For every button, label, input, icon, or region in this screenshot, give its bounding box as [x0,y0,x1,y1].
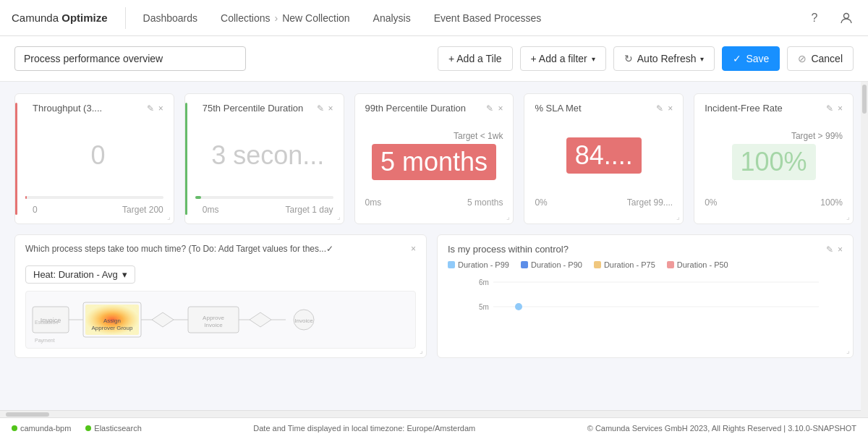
add-tile-label: + Add a Tile [448,53,502,64]
tiles-row: Throughput (3.... ✎ × 0 0 Target 200 ⌟ [14,93,854,224]
throughput-tile: Throughput (3.... ✎ × 0 0 Target 200 ⌟ [14,93,174,224]
user-button[interactable] [836,8,856,28]
tile-title: Which process steps take too much time? … [25,244,333,254]
camunda-bpm-status-dot [12,425,17,431]
scrollbar-thumb-h[interactable] [6,412,49,417]
legend-dot-p99 [448,261,455,268]
tile-edit-icon[interactable]: ✎ [147,103,154,114]
legend-p50: Duration - P50 [667,260,728,269]
tile-close-icon[interactable]: × [498,103,503,114]
tile-resize-handle[interactable]: ⌟ [337,213,341,221]
auto-refresh-label: Auto Refresh [637,53,697,64]
vertical-scrollbar[interactable] [861,82,868,417]
tile-footer-left: 0% [535,197,547,208]
tile-footer-right: 5 months [467,197,503,208]
nav-collections[interactable]: Collections [221,12,270,24]
tile-footer: 0% Target 99.... [535,197,673,208]
help-button[interactable]: ? [804,8,825,28]
nav-analysis[interactable]: Analysis [373,12,411,24]
tile-resize-handle[interactable]: ⌟ [420,346,423,354]
cancel-button[interactable]: ⊘ Cancel [787,46,854,71]
legend-dot-p75 [594,261,601,268]
add-tile-button[interactable]: + Add a Tile [438,46,513,71]
copyright-text: © Camunda Services GmbH 2023, All Rights… [587,424,856,433]
chart-svg: 6m 5m [448,276,843,341]
main-nav: Dashboards Collections › New Collection … [143,12,804,24]
tile-footer-left: 0 [33,205,38,215]
tile-actions: × [411,244,416,254]
svg-text:Assign: Assign [103,318,121,324]
tile-resize-handle[interactable]: ⌟ [676,213,680,221]
tile-edit-icon[interactable]: ✎ [826,103,833,114]
refresh-icon: ↻ [624,53,633,64]
tile-close-icon[interactable]: × [668,103,673,114]
legend-p99: Duration - P99 [448,260,509,269]
app-footer: camunda-bpm Elasticsearch Date and Time … [0,417,868,434]
legend-dot-p90 [521,261,528,268]
tile-actions: ✎ × [826,244,843,255]
add-filter-label: + Add a filter [531,53,587,64]
footer-left: camunda-bpm Elasticsearch [12,424,142,433]
tile-content: Target < 1wk 5 months [365,119,503,192]
tile-value-highlight: 100% [732,144,816,180]
svg-text:Payment: Payment [35,338,55,344]
tile-close-icon[interactable]: × [838,103,843,114]
tile-resize-handle[interactable]: ⌟ [846,213,850,221]
tile-bar [195,196,333,199]
tile-close-icon[interactable]: × [411,244,416,254]
tile-close-icon[interactable]: × [328,103,333,114]
auto-refresh-button[interactable]: ↻ Auto Refresh ▾ [613,46,715,71]
svg-text:5m: 5m [479,303,489,311]
add-filter-button[interactable]: + Add a filter ▾ [520,46,606,71]
svg-text:Approve: Approve [203,315,224,321]
heatmap-svg: Invoice Assign Ap [29,292,412,347]
tile-content: Target > 99% 100% [705,119,843,192]
tile-edit-icon[interactable]: ✎ [317,103,324,114]
tile-resize-handle[interactable]: ⌟ [506,213,510,221]
tile-close-icon[interactable]: × [838,244,843,255]
tile-header: Incident-Free Rate ✎ × [705,103,843,114]
sla-tile: % SLA Met ✎ × 84.... 0% Target 99.... ⌟ [524,93,684,224]
chart-data-point [515,303,522,310]
app-logo: Camunda Optimize [12,12,108,24]
tile-value: 0 [90,140,105,171]
tile-title: Is my process within control? [448,244,569,255]
filter-chevron-icon: ▾ [592,55,595,63]
tile-value-highlight: 5 months [372,144,496,180]
horizontal-scrollbar[interactable] [0,410,861,417]
heatmap-preview: Invoice Assign Ap [25,291,416,349]
tile-bar [25,196,163,199]
tile-resize-handle[interactable]: ⌟ [167,213,171,221]
tile-edit-icon[interactable]: ✎ [656,103,663,114]
tile-bar-fill [25,196,27,199]
tile-edit-icon[interactable]: ✎ [826,244,833,255]
tile-actions: ✎ × [486,103,503,114]
header-divider [125,7,126,29]
svg-text:Escalation: Escalation [35,320,58,325]
dashboard-area: Throughput (3.... ✎ × 0 0 Target 200 ⌟ [0,82,868,417]
dropdown-chevron-icon: ▾ [122,269,127,280]
tile-edit-icon[interactable]: ✎ [486,103,493,114]
tile-footer-right: 100% [820,197,843,208]
svg-point-0 [844,13,849,18]
tile-value: 3 secon... [211,140,324,171]
elasticsearch-status: Elasticsearch [85,424,141,433]
nav-breadcrumb: Collections › New Collection [221,12,350,24]
heatmap-dropdown[interactable]: Heat: Duration - Avg ▾ [25,265,135,284]
camunda-bpm-label: camunda-bpm [20,424,71,433]
chart-legend: Duration - P99 Duration - P90 Duration -… [448,260,843,269]
tile-resize-handle[interactable]: ⌟ [846,346,850,354]
legend-dot-p50 [667,261,674,268]
legend-label-p75: Duration - P75 [604,260,655,269]
save-button[interactable]: ✓ Save [722,46,780,71]
dashboard-title-input[interactable] [14,46,246,71]
scrollbar-thumb-v[interactable] [862,85,867,114]
tile-content: 0 [25,119,163,192]
tile-content: 3 secon... [195,119,333,192]
tile-title: 75th Percentile Duration [203,103,303,114]
nav-event-based[interactable]: Event Based Processes [434,12,542,24]
nav-dashboards[interactable]: Dashboards [143,12,198,24]
legend-p75: Duration - P75 [594,260,655,269]
tile-close-icon[interactable]: × [158,103,163,114]
tile-footer: 0ms Target 1 day [195,205,333,215]
